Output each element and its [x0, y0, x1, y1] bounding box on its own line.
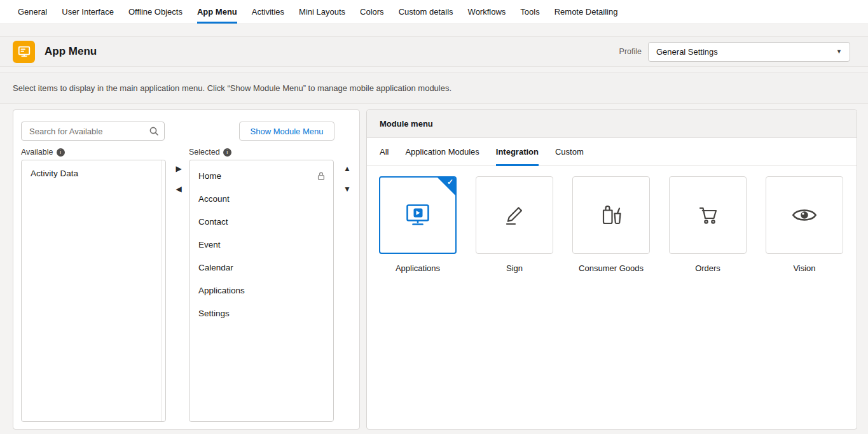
nav-tab-activities[interactable]: Activities [252, 0, 284, 24]
nav-tab-user-interface[interactable]: User Interface [62, 0, 114, 24]
list-item-label: Applications [198, 286, 245, 295]
move-left-button[interactable]: ◀ [174, 183, 183, 195]
move-down-button[interactable]: ▼ [342, 183, 352, 195]
nav-tab-app-menu[interactable]: App Menu [197, 0, 237, 24]
list-item[interactable]: Event [189, 233, 333, 256]
module-card-vision[interactable] [766, 176, 843, 254]
module-orders: Orders [669, 176, 747, 273]
module-label: Vision [793, 263, 815, 273]
available-label-text: Available [21, 148, 53, 157]
menu-items-panel: Show Module Menu Available i Selected i … [13, 109, 360, 430]
profile-label: Profile [619, 47, 642, 56]
profile-dropdown[interactable]: General Settings ▼ [648, 42, 850, 62]
module-tabs: All Application Modules Integration Cust… [367, 147, 857, 166]
info-icon[interactable]: i [223, 148, 231, 157]
list-item-label: Account [198, 194, 230, 204]
selected-label-text: Selected [189, 148, 220, 157]
available-list: Activity Data [21, 160, 166, 422]
modules-grid: ✓ Applications Sign [367, 166, 857, 273]
list-item-label: Calendar [198, 263, 233, 272]
module-label: Sign [506, 263, 523, 273]
move-up-button[interactable]: ▲ [342, 163, 352, 174]
top-navigation: General User Interface Offline Objects A… [0, 0, 868, 24]
list-item[interactable]: Calendar [189, 256, 333, 279]
module-label: Applications [396, 263, 440, 273]
page-header: App Menu Profile General Settings ▼ [0, 36, 868, 67]
nav-tab-general[interactable]: General [18, 0, 47, 24]
list-item[interactable]: Activity Data [22, 160, 165, 186]
module-label: Orders [695, 263, 720, 273]
nav-tab-mini-layouts[interactable]: Mini Layouts [299, 0, 345, 24]
nav-tab-custom-details[interactable]: Custom details [399, 0, 453, 24]
nav-tab-colors[interactable]: Colors [360, 0, 384, 24]
consumer-goods-icon [596, 200, 626, 230]
selected-list: Home Account Contact Event Calendar Appl… [189, 160, 334, 422]
tab-integration[interactable]: Integration [496, 147, 539, 166]
page-title: App Menu [45, 45, 97, 58]
sign-icon [499, 200, 530, 230]
list-item[interactable]: Applications [189, 279, 333, 302]
list-item-label: Contact [198, 217, 228, 227]
module-menu-title: Module menu [380, 119, 433, 129]
list-item[interactable]: Settings [189, 302, 333, 325]
page-description: Select items to display in the main appl… [0, 72, 868, 104]
search-input[interactable] [21, 122, 165, 141]
tab-application-modules[interactable]: Application Modules [405, 147, 479, 166]
info-icon[interactable]: i [57, 148, 65, 157]
nav-tab-workflows[interactable]: Workflows [468, 0, 506, 24]
tab-custom[interactable]: Custom [555, 147, 584, 166]
app-menu-icon [13, 41, 35, 63]
reorder-arrows: ▲ ▼ [340, 163, 354, 195]
search-icon [149, 126, 159, 136]
check-icon: ✓ [447, 178, 453, 186]
list-item-label: Home [198, 171, 221, 181]
search-wrap [21, 122, 165, 141]
orders-icon [692, 200, 723, 230]
profile-dropdown-value: General Settings [656, 47, 718, 57]
module-card-sign[interactable] [476, 176, 553, 254]
module-vision: Vision [766, 176, 843, 273]
show-module-menu-button[interactable]: Show Module Menu [239, 122, 334, 141]
module-sign: Sign [476, 176, 553, 273]
nav-tab-remote-detailing[interactable]: Remote Detailing [555, 0, 618, 24]
list-item[interactable]: Home [189, 164, 333, 187]
module-applications: ✓ Applications [379, 176, 457, 273]
transfer-arrows: ▶ ◀ [172, 163, 186, 195]
module-menu-header: Module menu [367, 110, 857, 138]
vision-icon [789, 199, 820, 231]
scrollbar[interactable] [161, 160, 165, 421]
module-card-consumer-goods[interactable] [572, 176, 650, 254]
module-consumer-goods: Consumer Goods [572, 176, 650, 273]
lock-icon [317, 171, 326, 181]
list-item-label: Settings [198, 309, 230, 318]
nav-tab-tools[interactable]: Tools [520, 0, 539, 24]
chevron-down-icon: ▼ [836, 48, 842, 55]
list-item-label: Event [198, 240, 221, 249]
applications-icon [403, 200, 433, 230]
module-label: Consumer Goods [579, 263, 644, 273]
available-label: Available i [21, 148, 65, 157]
tab-all[interactable]: All [380, 147, 389, 166]
module-menu-panel: Module menu All Application Modules Inte… [366, 109, 857, 430]
move-right-button[interactable]: ▶ [174, 163, 183, 174]
selected-label: Selected i [189, 148, 231, 157]
list-item[interactable]: Account [189, 187, 333, 210]
module-card-orders[interactable] [669, 176, 747, 254]
list-item[interactable]: Contact [189, 210, 333, 233]
module-card-applications[interactable]: ✓ [379, 176, 457, 254]
nav-tab-offline-objects[interactable]: Offline Objects [128, 0, 183, 24]
description-text: Select items to display in the main appl… [13, 83, 451, 93]
profile-area: Profile General Settings ▼ [619, 42, 850, 62]
